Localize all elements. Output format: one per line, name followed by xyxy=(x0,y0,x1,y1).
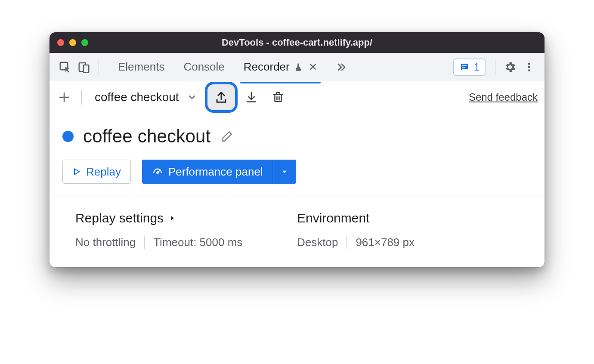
recording-settings: Replay settings Environment No throttlin… xyxy=(50,195,544,267)
performance-panel-label: Performance panel xyxy=(168,165,263,179)
timeout-value: Timeout: 5000 ms xyxy=(153,236,242,249)
close-tab-icon[interactable]: ✕ xyxy=(309,61,317,73)
issues-count: 1 xyxy=(474,61,480,73)
recording-header: coffee checkout Replay xyxy=(50,113,544,195)
edit-recording-name-button[interactable] xyxy=(220,130,234,143)
replay-label: Replay xyxy=(86,165,121,179)
inspect-element-icon[interactable] xyxy=(57,59,73,75)
recording-selector[interactable]: coffee checkout xyxy=(95,90,197,104)
svg-rect-4 xyxy=(462,67,465,68)
trash-icon xyxy=(272,91,285,104)
issues-chip[interactable]: 1 xyxy=(453,59,486,76)
tab-elements[interactable]: Elements xyxy=(117,55,165,79)
replay-settings-label: Replay settings xyxy=(75,211,164,225)
chevron-down-icon xyxy=(187,92,197,102)
svg-point-6 xyxy=(528,66,530,68)
tab-console[interactable]: Console xyxy=(183,55,225,79)
recording-status-dot-icon xyxy=(62,131,74,142)
separator xyxy=(81,90,82,105)
separator xyxy=(495,60,495,74)
replay-button[interactable]: Replay xyxy=(62,160,131,184)
more-tabs-icon[interactable] xyxy=(334,59,349,75)
separator xyxy=(99,60,99,74)
play-icon xyxy=(72,167,81,176)
separator xyxy=(346,236,347,249)
traffic-lights xyxy=(57,39,88,46)
main-tabs-row: Elements Console Recorder ✕ 1 xyxy=(50,53,544,81)
performance-panel-split-button: Performance panel xyxy=(142,160,296,184)
devtools-window: DevTools - coffee-cart.netlify.app/ Elem… xyxy=(50,32,544,267)
expand-caret-icon xyxy=(169,214,176,222)
tab-recorder[interactable]: Recorder ✕ xyxy=(243,55,318,79)
new-recording-button[interactable] xyxy=(56,89,72,105)
performance-panel-dropdown[interactable] xyxy=(273,160,296,184)
settings-gear-icon[interactable] xyxy=(502,59,518,75)
window-title: DevTools - coffee-cart.netlify.app/ xyxy=(50,37,544,48)
recording-selector-label: coffee checkout xyxy=(95,90,179,104)
kebab-menu-icon[interactable] xyxy=(521,59,537,75)
replay-settings-values: No throttling Timeout: 5000 ms xyxy=(75,236,297,249)
gauge-icon xyxy=(152,166,163,177)
upload-icon xyxy=(214,90,229,105)
delete-recording-button[interactable] xyxy=(268,87,288,108)
svg-rect-3 xyxy=(462,65,467,66)
throttling-value: No throttling xyxy=(75,236,136,249)
svg-point-9 xyxy=(157,172,158,173)
performance-panel-button[interactable]: Performance panel xyxy=(142,160,273,184)
device-toolbar-icon[interactable] xyxy=(76,59,92,75)
close-window-button[interactable] xyxy=(57,39,64,46)
svg-point-7 xyxy=(528,69,530,71)
tab-label: Elements xyxy=(118,60,164,74)
device-value: Desktop xyxy=(297,236,338,249)
chat-icon xyxy=(459,62,470,72)
svg-rect-2 xyxy=(84,65,89,73)
tab-label: Console xyxy=(183,60,224,74)
recording-actions: Replay Performance panel xyxy=(62,160,532,184)
export-recording-button[interactable] xyxy=(207,84,235,110)
environment-heading: Environment xyxy=(297,211,519,225)
environment-values: Desktop 961×789 px xyxy=(297,236,519,249)
recorder-toolbar: coffee checkout xyxy=(50,81,544,113)
titlebar: DevTools - coffee-cart.netlify.app/ xyxy=(50,32,544,53)
download-icon xyxy=(244,90,258,104)
separator xyxy=(144,236,145,249)
minimize-window-button[interactable] xyxy=(69,39,76,46)
svg-point-5 xyxy=(528,63,530,65)
replay-settings-heading[interactable]: Replay settings xyxy=(75,211,297,225)
recording-name: coffee checkout xyxy=(83,126,210,147)
experiment-flask-icon xyxy=(294,62,303,72)
import-recording-button[interactable] xyxy=(241,87,262,108)
panel-tabs: Elements Console Recorder ✕ xyxy=(117,55,318,79)
send-feedback-link[interactable]: Send feedback xyxy=(469,91,538,103)
svg-rect-8 xyxy=(275,94,281,101)
maximize-window-button[interactable] xyxy=(81,39,88,46)
environment-label: Environment xyxy=(297,211,369,225)
viewport-value: 961×789 px xyxy=(356,236,415,249)
tab-label: Recorder xyxy=(244,60,290,74)
